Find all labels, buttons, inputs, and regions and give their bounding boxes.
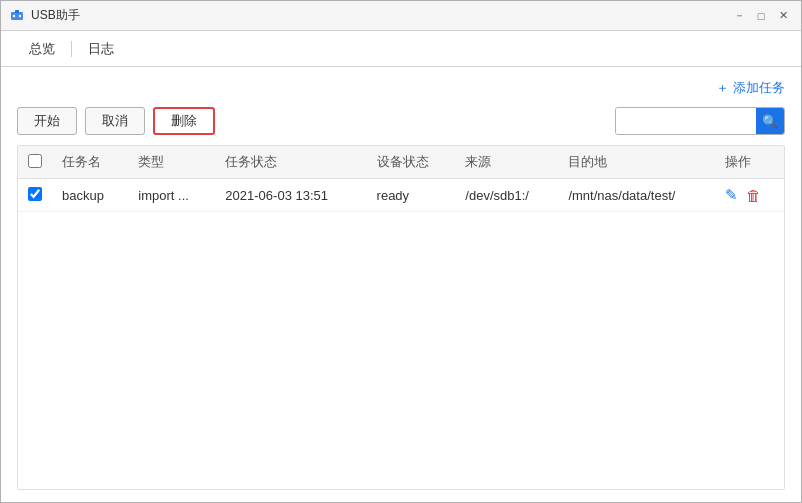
close-button[interactable]: ✕ xyxy=(773,6,793,26)
col-action: 操作 xyxy=(715,146,784,179)
row-checkbox-0[interactable] xyxy=(28,187,42,201)
plus-icon: ＋ xyxy=(716,79,729,97)
cancel-button[interactable]: 取消 xyxy=(85,107,145,135)
window-title: USB助手 xyxy=(31,7,729,24)
svg-point-3 xyxy=(19,14,21,16)
search-input[interactable] xyxy=(616,108,756,134)
col-destination: 目的地 xyxy=(558,146,715,179)
col-name: 任务名 xyxy=(52,146,128,179)
task-table-wrapper: 任务名 类型 任务状态 设备状态 来源 目的地 操作 backup import… xyxy=(17,145,785,490)
task-table: 任务名 类型 任务状态 设备状态 来源 目的地 操作 backup import… xyxy=(18,146,784,212)
edit-icon[interactable]: ✎ xyxy=(725,186,738,204)
row-source: /dev/sdb1:/ xyxy=(455,179,558,212)
row-type: import ... xyxy=(128,179,215,212)
start-button[interactable]: 开始 xyxy=(17,107,77,135)
row-device-status: ready xyxy=(367,179,456,212)
main-window: USB助手 － □ ✕ 总览 日志 ＋ 添加任务 开始 取消 删除 xyxy=(0,0,802,503)
row-name: backup xyxy=(52,179,128,212)
table-body: backup import ... 2021-06-03 13:51 ready… xyxy=(18,179,784,212)
col-task-status: 任务状态 xyxy=(215,146,366,179)
window-controls: － □ ✕ xyxy=(729,6,793,26)
col-type: 类型 xyxy=(128,146,215,179)
row-task-status: 2021-06-03 13:51 xyxy=(215,179,366,212)
row-actions: ✎ 🗑 xyxy=(715,179,784,212)
col-checkbox xyxy=(18,146,52,179)
search-box: 🔍 xyxy=(615,107,785,135)
svg-rect-1 xyxy=(15,10,19,13)
delete-icon[interactable]: 🗑 xyxy=(746,187,761,204)
row-destination: /mnt/nas/data/test/ xyxy=(558,179,715,212)
maximize-button[interactable]: □ xyxy=(751,6,771,26)
delete-button[interactable]: 删除 xyxy=(153,107,215,135)
minimize-button[interactable]: － xyxy=(729,6,749,26)
nav-item-overview[interactable]: 总览 xyxy=(17,31,67,67)
svg-point-2 xyxy=(13,14,15,16)
title-bar: USB助手 － □ ✕ xyxy=(1,1,801,31)
nav-item-log[interactable]: 日志 xyxy=(76,31,126,67)
select-all-checkbox[interactable] xyxy=(28,154,42,168)
nav-divider xyxy=(71,41,72,57)
col-source: 来源 xyxy=(455,146,558,179)
search-icon: 🔍 xyxy=(762,114,778,129)
row-checkbox-cell xyxy=(18,179,52,212)
add-task-label: 添加任务 xyxy=(733,79,785,97)
nav-bar: 总览 日志 xyxy=(1,31,801,67)
add-task-button[interactable]: ＋ 添加任务 xyxy=(716,79,785,97)
app-icon xyxy=(9,8,25,24)
content-area: ＋ 添加任务 开始 取消 删除 🔍 xyxy=(1,67,801,502)
col-device-status: 设备状态 xyxy=(367,146,456,179)
search-button[interactable]: 🔍 xyxy=(756,107,784,135)
table-row: backup import ... 2021-06-03 13:51 ready… xyxy=(18,179,784,212)
table-header-row: 任务名 类型 任务状态 设备状态 来源 目的地 操作 xyxy=(18,146,784,179)
toolbar: 开始 取消 删除 🔍 xyxy=(17,107,785,135)
top-actions: ＋ 添加任务 xyxy=(17,79,785,97)
